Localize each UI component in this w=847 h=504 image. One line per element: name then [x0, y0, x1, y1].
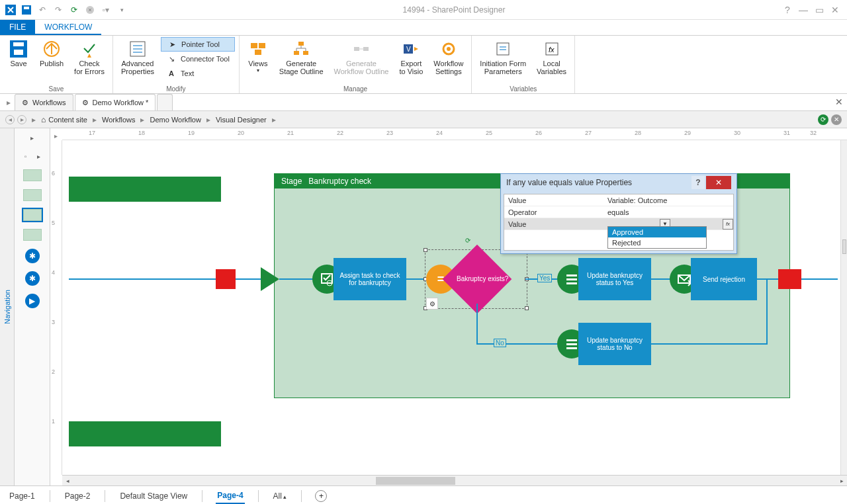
add-page-icon[interactable]: +: [315, 490, 327, 502]
tab-file[interactable]: FILE: [0, 20, 35, 35]
hscroll-left-icon[interactable]: ◂: [62, 476, 73, 486]
pagetab-all[interactable]: All: [272, 489, 289, 503]
breadcrumb-demo[interactable]: Demo Workflow: [150, 116, 201, 124]
close-icon[interactable]: ✕: [830, 5, 840, 15]
prop-row-operator[interactable]: Operatorequals: [504, 206, 733, 218]
doc-tab-new[interactable]: [157, 94, 173, 110]
dialog-title-bar[interactable]: If any value equals value Properties ? ✕: [501, 174, 736, 191]
thumbnail-page-4[interactable]: [23, 229, 42, 241]
stop-icon[interactable]: [83, 3, 97, 17]
thumbnail-page-1[interactable]: [23, 169, 42, 181]
dialog-close-icon[interactable]: ✕: [706, 176, 731, 189]
hscroll-right-icon[interactable]: ▸: [836, 476, 847, 486]
doc-tab-scroll-right-icon[interactable]: ▸: [3, 94, 15, 110]
stage-start-terminator[interactable]: [216, 269, 236, 289]
prev-stage-top[interactable]: [69, 177, 221, 202]
breadcrumb-stop-icon[interactable]: ✕: [831, 114, 842, 125]
save-button[interactable]: Save: [4, 37, 33, 78]
page-icon[interactable]: ▫▾: [99, 3, 112, 17]
help-icon[interactable]: ?: [782, 5, 793, 15]
thumbnail-page-2[interactable]: [23, 189, 42, 201]
check-errors-button[interactable]: Check for Errors: [70, 37, 109, 78]
text-tool-button[interactable]: AText: [161, 66, 235, 81]
action-tag-icon[interactable]: ⚙: [426, 298, 438, 310]
svg-rect-37: [566, 278, 577, 280]
minimize-icon[interactable]: —: [798, 5, 809, 15]
export-visio-button[interactable]: VExport to Visio: [395, 37, 427, 78]
thumbnail-page-default[interactable]: [23, 209, 42, 221]
vertical-scrollbar[interactable]: [840, 140, 847, 475]
pagetab-1[interactable]: Page-1: [8, 489, 36, 503]
dropdown-option-approved[interactable]: Approved: [608, 227, 706, 237]
vscroll-handle[interactable]: [842, 239, 846, 254]
panel-menu-icon[interactable]: ▸: [34, 151, 44, 161]
pagetab-4[interactable]: Page-4: [216, 488, 244, 504]
rotate-handle-icon[interactable]: ⟳: [465, 237, 472, 243]
send-rejection-shape[interactable]: Send rejection: [691, 258, 757, 300]
pointer-tool-button[interactable]: ➤Pointer Tool: [161, 37, 235, 52]
local-variables-button[interactable]: fxLocal Variables: [533, 37, 570, 78]
doc-tab-demo-workflow[interactable]: ⚙Demo Workflow *: [75, 94, 156, 110]
connector-4[interactable]: [757, 278, 778, 280]
maximize-icon[interactable]: ▭: [814, 5, 825, 15]
nav-forward-icon[interactable]: ▸: [17, 115, 26, 124]
stage-end-terminator-2[interactable]: [792, 269, 801, 289]
connector-no-h[interactable]: [476, 343, 557, 345]
svg-rect-6: [14, 50, 23, 55]
document-tab-bar: ▸ ⚙Workflows ⚙Demo Workflow * ✕: [0, 94, 847, 111]
connector-merge-v[interactable]: [766, 280, 768, 345]
advanced-properties-button[interactable]: Advanced Properties: [117, 37, 158, 81]
pagetab-2[interactable]: Page-2: [64, 489, 92, 503]
hscroll-thumb[interactable]: [376, 477, 455, 485]
connector-tool-button[interactable]: ↘Connector Tool: [161, 52, 235, 66]
svg-rect-12: [251, 43, 257, 48]
publish-button[interactable]: Publish: [36, 37, 67, 78]
assign-task-shape[interactable]: Assign task to check for bankruptcy: [334, 258, 406, 300]
refresh-icon[interactable]: ⟳: [67, 3, 81, 17]
svg-rect-22: [354, 47, 359, 51]
app-icon[interactable]: [4, 3, 17, 17]
doc-tab-close-icon[interactable]: ✕: [835, 97, 843, 107]
prop-row-value1[interactable]: ValueVariable: Outcome: [504, 194, 733, 206]
undo-icon[interactable]: ↶: [36, 3, 49, 17]
qat-customize-icon[interactable]: ▾: [115, 3, 128, 17]
generate-stage-outline-button[interactable]: Generate Stage Outline: [275, 37, 328, 78]
connector-3[interactable]: [651, 278, 671, 280]
initiation-parameters-button[interactable]: Initiation Form Parameters: [476, 37, 530, 78]
pagetab-default[interactable]: Default Stage View: [118, 489, 189, 503]
breadcrumb-root[interactable]: Content site: [48, 116, 87, 124]
update-no-shape[interactable]: Update bankruptcy status to No: [578, 323, 651, 365]
horizontal-scrollbar[interactable]: ◂ ▸: [62, 475, 847, 485]
breadcrumb-workflows[interactable]: Workflows: [102, 116, 136, 124]
save-icon[interactable]: [20, 3, 33, 17]
views-button[interactable]: Views▾: [244, 37, 273, 78]
update-yes-shape[interactable]: Update bankruptcy status to Yes: [578, 258, 651, 300]
tab-workflow[interactable]: WORKFLOW: [35, 20, 101, 35]
redo-icon[interactable]: ↷: [52, 3, 65, 17]
panel-tool-icon[interactable]: ▫: [21, 151, 31, 161]
prev-stage-bottom[interactable]: [69, 421, 221, 446]
nav-shape-icon-2[interactable]: ✱: [25, 271, 40, 286]
start-shape[interactable]: [261, 267, 279, 291]
connector-no-v[interactable]: [476, 304, 478, 343]
svg-rect-13: [259, 43, 265, 48]
workflow-canvas[interactable]: Stage Bankruptcy check Assign task to ch…: [62, 140, 840, 475]
dropdown-option-rejected[interactable]: Rejected: [608, 237, 706, 248]
svg-rect-23: [363, 47, 369, 51]
doc-tab-workflows[interactable]: ⚙Workflows: [15, 94, 73, 110]
ribbon-group-variables: Initiation Form Parameters fxLocal Varia…: [472, 36, 575, 93]
svg-rect-2: [24, 7, 29, 9]
breadcrumb-refresh-icon[interactable]: ⟳: [818, 114, 828, 125]
panel-expand-icon[interactable]: ▸: [27, 132, 38, 143]
main-area: Navigation ▸ ▫ ▸ ✱ ✱ ▶ ▸ 17 18 19 20 21 …: [0, 128, 847, 485]
nav-play-icon[interactable]: ▶: [25, 294, 40, 308]
workflow-settings-button[interactable]: Workflow Settings: [429, 37, 467, 78]
dialog-help-icon[interactable]: ?: [691, 176, 705, 189]
navigation-panel-collapsed[interactable]: Navigation: [0, 128, 15, 485]
connector-1[interactable]: [279, 278, 314, 280]
nav-back-icon[interactable]: ◂: [5, 115, 15, 124]
value-fx-icon[interactable]: fx: [723, 219, 733, 230]
nav-shape-icon-1[interactable]: ✱: [25, 249, 40, 263]
connector-no-out-h[interactable]: [651, 343, 768, 345]
breadcrumb-designer[interactable]: Visual Designer: [216, 116, 267, 124]
